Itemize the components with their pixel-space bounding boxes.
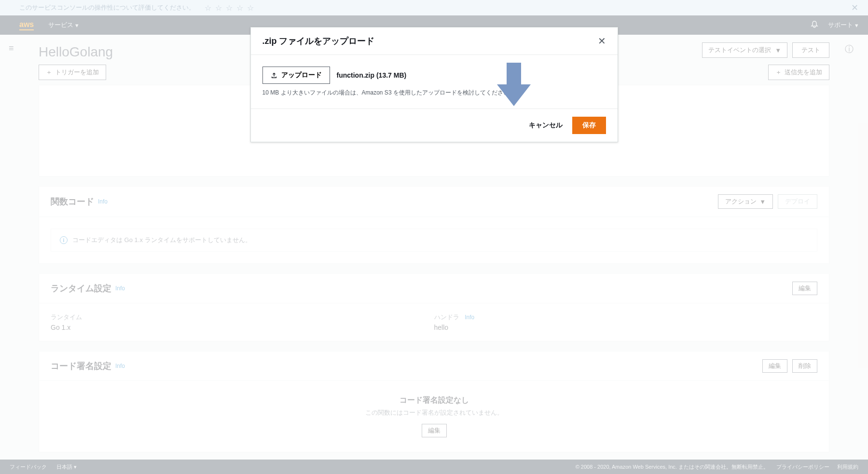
pointer-arrow-icon — [497, 63, 531, 108]
upload-modal: .zip ファイルをアップロード ✕ アップロード function.zip (… — [250, 27, 618, 142]
modal-title: .zip ファイルをアップロード — [262, 35, 375, 47]
upload-button[interactable]: アップロード — [262, 67, 330, 84]
modal-header: .zip ファイルをアップロード ✕ — [251, 27, 618, 55]
upload-icon — [271, 72, 277, 79]
modal-footer: キャンセル 保存 — [251, 108, 618, 142]
modal-body: アップロード function.zip (13.7 MB) 10 MB より大き… — [251, 55, 618, 108]
upload-hint: 10 MB より大きいファイルの場合は、Amazon S3 を使用したアップロー… — [262, 89, 606, 97]
save-button[interactable]: 保存 — [572, 117, 606, 134]
cancel-button[interactable]: キャンセル — [527, 117, 565, 134]
file-name: function.zip (13.7 MB) — [337, 71, 407, 79]
close-icon[interactable]: ✕ — [598, 35, 606, 47]
